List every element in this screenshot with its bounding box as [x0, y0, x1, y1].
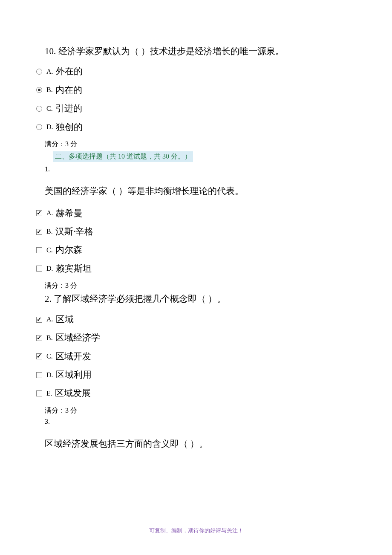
option-letter: B.: [46, 333, 53, 343]
option-text: 内在的: [55, 84, 82, 96]
mq2-option-a[interactable]: A. 区域: [36, 313, 356, 326]
checkbox-icon: [36, 390, 42, 396]
option-text: 区域: [56, 313, 74, 326]
option-text: 赫希曼: [56, 207, 83, 220]
option-text: 赖宾斯坦: [56, 263, 92, 275]
mq2-score: 满分：3 分: [45, 406, 356, 415]
radio-icon: [36, 106, 42, 112]
mq3-number: 3.: [45, 417, 356, 426]
option-letter: A.: [46, 208, 53, 218]
radio-icon: [36, 124, 42, 130]
option-text: 内尔森: [55, 244, 82, 256]
option-text: 区域发展: [55, 387, 91, 399]
checkbox-icon: [36, 353, 42, 359]
option-letter: D.: [46, 264, 53, 273]
checkbox-icon: [36, 210, 42, 216]
mq1-option-a[interactable]: A. 赫希曼: [36, 207, 356, 220]
mq2-text: 2. 了解区域经济学必须把握几个概念即（ ）。: [45, 293, 356, 305]
option-text: 区域开发: [55, 350, 91, 363]
mq3-text: 区域经济发展包括三方面的含义即（ ）。: [45, 438, 356, 450]
option-letter: A.: [46, 67, 53, 76]
option-letter: B.: [46, 227, 53, 236]
mq2-option-e[interactable]: E. 区域发展: [36, 387, 356, 399]
checkbox-icon: [36, 266, 42, 272]
mq2-option-b[interactable]: B. 区域经济学: [36, 332, 356, 344]
mq1-option-d[interactable]: D. 赖宾斯坦: [36, 263, 356, 275]
mq2-option-c[interactable]: C. 区域开发: [36, 350, 356, 363]
option-letter: E.: [46, 389, 52, 398]
mq2-option-d[interactable]: D. 区域利用: [36, 369, 356, 381]
mq1-number: 1.: [45, 165, 356, 174]
q10-option-a[interactable]: A. 外在的: [36, 65, 356, 78]
mq1-option-b[interactable]: B. 汉斯·辛格: [36, 225, 356, 238]
option-letter: C.: [46, 246, 53, 255]
q10-option-c[interactable]: C. 引进的: [36, 102, 356, 115]
radio-icon: [36, 69, 42, 75]
option-text: 区域利用: [56, 369, 92, 381]
option-text: 区域经济学: [55, 332, 100, 344]
footer-note: 可复制、编制，期待你的好评与关注！: [0, 527, 392, 535]
mq1-text: 美国的经济学家（ ）等是非均衡增长理论的代表。: [45, 185, 356, 197]
checkbox-icon: [36, 372, 42, 378]
option-letter: C.: [46, 352, 53, 361]
q10-option-d[interactable]: D. 独创的: [36, 121, 356, 133]
option-letter: A.: [46, 315, 53, 324]
checkbox-icon: [36, 247, 42, 253]
option-letter: D.: [46, 122, 53, 132]
option-letter: D.: [46, 370, 53, 380]
mq1-option-c[interactable]: C. 内尔森: [36, 244, 356, 256]
section-2-header: 二、多项选择题（共 10 道试题，共 30 分。）: [53, 151, 193, 162]
option-text: 外在的: [56, 65, 83, 78]
checkbox-icon: [36, 317, 42, 323]
mq1-score: 满分：3 分: [45, 281, 356, 290]
q10-score: 满分：3 分: [45, 139, 356, 149]
option-letter: C.: [46, 104, 53, 113]
checkbox-icon: [36, 229, 42, 235]
option-text: 独创的: [56, 121, 83, 133]
radio-icon: [36, 87, 42, 93]
option-text: 汉斯·辛格: [55, 225, 93, 238]
question-10-text: 10. 经济学家罗默认为（ ）技术进步是经济增长的唯一源泉。: [45, 45, 356, 58]
option-letter: B.: [46, 85, 53, 95]
checkbox-icon: [36, 335, 42, 341]
q10-option-b[interactable]: B. 内在的: [36, 84, 356, 96]
option-text: 引进的: [55, 102, 82, 115]
